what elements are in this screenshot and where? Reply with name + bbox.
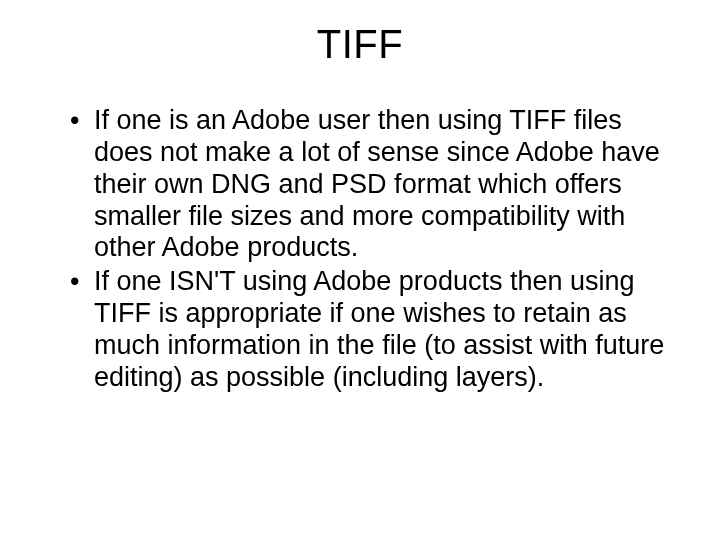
slide-title: TIFF (48, 22, 672, 67)
slide: TIFF If one is an Adobe user then using … (0, 0, 720, 540)
list-item: If one ISN'T using Adobe products then u… (76, 266, 666, 393)
list-item: If one is an Adobe user then using TIFF … (76, 105, 666, 264)
bullet-list: If one is an Adobe user then using TIFF … (48, 105, 672, 394)
